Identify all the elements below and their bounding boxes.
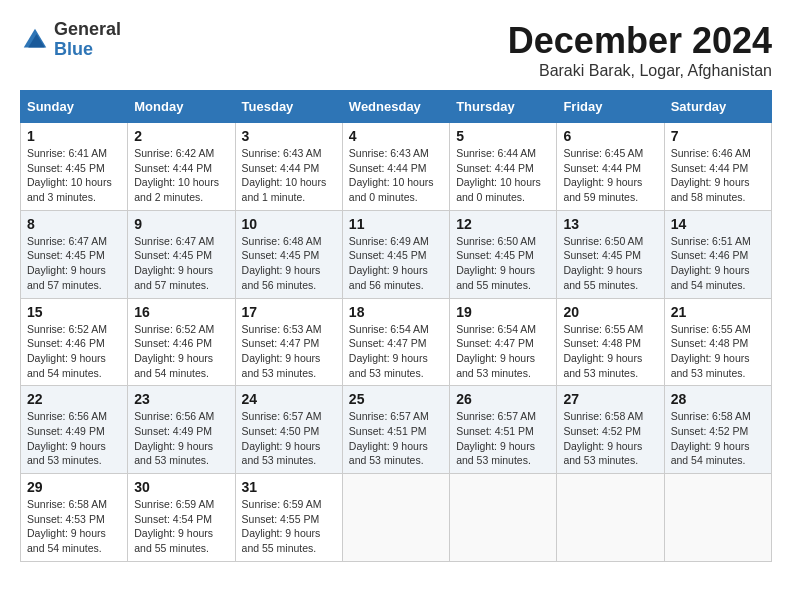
sunset: Sunset: 4:44 PM — [456, 161, 550, 176]
daylight: Daylight: 9 hours and 53 minutes. — [242, 439, 336, 468]
subtitle: Baraki Barak, Logar, Afghanistan — [508, 62, 772, 80]
sunset: Sunset: 4:46 PM — [27, 336, 121, 351]
calendar-week-row: 15 Sunrise: 6:52 AM Sunset: 4:46 PM Dayl… — [21, 298, 772, 386]
sunrise: Sunrise: 6:57 AM — [456, 409, 550, 424]
day-number: 12 — [456, 216, 550, 232]
calendar-cell: 11 Sunrise: 6:49 AM Sunset: 4:45 PM Dayl… — [342, 210, 449, 298]
day-detail: Sunrise: 6:59 AM Sunset: 4:54 PM Dayligh… — [134, 497, 228, 556]
day-detail: Sunrise: 6:46 AM Sunset: 4:44 PM Dayligh… — [671, 146, 765, 205]
day-number: 28 — [671, 391, 765, 407]
calendar-week-row: 22 Sunrise: 6:56 AM Sunset: 4:49 PM Dayl… — [21, 386, 772, 474]
day-number: 2 — [134, 128, 228, 144]
daylight: Daylight: 9 hours and 53 minutes. — [242, 351, 336, 380]
day-number: 16 — [134, 304, 228, 320]
calendar-header-row: SundayMondayTuesdayWednesdayThursdayFrid… — [21, 91, 772, 123]
sunset: Sunset: 4:44 PM — [671, 161, 765, 176]
day-number: 11 — [349, 216, 443, 232]
daylight: Daylight: 9 hours and 54 minutes. — [671, 263, 765, 292]
sunset: Sunset: 4:45 PM — [349, 248, 443, 263]
calendar-cell: 18 Sunrise: 6:54 AM Sunset: 4:47 PM Dayl… — [342, 298, 449, 386]
calendar-cell — [450, 474, 557, 562]
calendar-cell: 3 Sunrise: 6:43 AM Sunset: 4:44 PM Dayli… — [235, 123, 342, 211]
sunset: Sunset: 4:46 PM — [671, 248, 765, 263]
main-title: December 2024 — [508, 20, 772, 62]
daylight: Daylight: 9 hours and 55 minutes. — [456, 263, 550, 292]
sunrise: Sunrise: 6:56 AM — [27, 409, 121, 424]
calendar-cell: 9 Sunrise: 6:47 AM Sunset: 4:45 PM Dayli… — [128, 210, 235, 298]
calendar-cell: 22 Sunrise: 6:56 AM Sunset: 4:49 PM Dayl… — [21, 386, 128, 474]
calendar-cell: 28 Sunrise: 6:58 AM Sunset: 4:52 PM Dayl… — [664, 386, 771, 474]
calendar-cell: 8 Sunrise: 6:47 AM Sunset: 4:45 PM Dayli… — [21, 210, 128, 298]
day-detail: Sunrise: 6:57 AM Sunset: 4:50 PM Dayligh… — [242, 409, 336, 468]
day-detail: Sunrise: 6:52 AM Sunset: 4:46 PM Dayligh… — [27, 322, 121, 381]
sunrise: Sunrise: 6:51 AM — [671, 234, 765, 249]
calendar-cell: 6 Sunrise: 6:45 AM Sunset: 4:44 PM Dayli… — [557, 123, 664, 211]
day-number: 19 — [456, 304, 550, 320]
calendar-week-row: 1 Sunrise: 6:41 AM Sunset: 4:45 PM Dayli… — [21, 123, 772, 211]
sunset: Sunset: 4:44 PM — [349, 161, 443, 176]
sunrise: Sunrise: 6:49 AM — [349, 234, 443, 249]
day-detail: Sunrise: 6:57 AM Sunset: 4:51 PM Dayligh… — [349, 409, 443, 468]
day-detail: Sunrise: 6:55 AM Sunset: 4:48 PM Dayligh… — [563, 322, 657, 381]
calendar-cell: 14 Sunrise: 6:51 AM Sunset: 4:46 PM Dayl… — [664, 210, 771, 298]
day-number: 17 — [242, 304, 336, 320]
daylight: Daylight: 9 hours and 53 minutes. — [456, 351, 550, 380]
sunrise: Sunrise: 6:52 AM — [134, 322, 228, 337]
daylight: Daylight: 9 hours and 54 minutes. — [134, 351, 228, 380]
calendar-day-header: Monday — [128, 91, 235, 123]
day-number: 21 — [671, 304, 765, 320]
calendar-cell — [342, 474, 449, 562]
day-detail: Sunrise: 6:58 AM Sunset: 4:53 PM Dayligh… — [27, 497, 121, 556]
sunset: Sunset: 4:55 PM — [242, 512, 336, 527]
sunrise: Sunrise: 6:55 AM — [563, 322, 657, 337]
sunset: Sunset: 4:48 PM — [671, 336, 765, 351]
day-detail: Sunrise: 6:41 AM Sunset: 4:45 PM Dayligh… — [27, 146, 121, 205]
sunrise: Sunrise: 6:43 AM — [349, 146, 443, 161]
day-detail: Sunrise: 6:56 AM Sunset: 4:49 PM Dayligh… — [27, 409, 121, 468]
header: General Blue December 2024 Baraki Barak,… — [20, 20, 772, 80]
day-detail: Sunrise: 6:55 AM Sunset: 4:48 PM Dayligh… — [671, 322, 765, 381]
sunrise: Sunrise: 6:47 AM — [27, 234, 121, 249]
sunrise: Sunrise: 6:43 AM — [242, 146, 336, 161]
daylight: Daylight: 9 hours and 54 minutes. — [671, 439, 765, 468]
sunset: Sunset: 4:54 PM — [134, 512, 228, 527]
sunset: Sunset: 4:45 PM — [134, 248, 228, 263]
day-number: 14 — [671, 216, 765, 232]
calendar-day-header: Thursday — [450, 91, 557, 123]
sunset: Sunset: 4:47 PM — [456, 336, 550, 351]
sunset: Sunset: 4:47 PM — [242, 336, 336, 351]
day-number: 9 — [134, 216, 228, 232]
daylight: Daylight: 9 hours and 56 minutes. — [349, 263, 443, 292]
calendar-day-header: Wednesday — [342, 91, 449, 123]
calendar-cell: 5 Sunrise: 6:44 AM Sunset: 4:44 PM Dayli… — [450, 123, 557, 211]
calendar-cell: 31 Sunrise: 6:59 AM Sunset: 4:55 PM Dayl… — [235, 474, 342, 562]
daylight: Daylight: 10 hours and 3 minutes. — [27, 175, 121, 204]
day-number: 23 — [134, 391, 228, 407]
day-detail: Sunrise: 6:58 AM Sunset: 4:52 PM Dayligh… — [671, 409, 765, 468]
day-detail: Sunrise: 6:57 AM Sunset: 4:51 PM Dayligh… — [456, 409, 550, 468]
sunrise: Sunrise: 6:50 AM — [563, 234, 657, 249]
day-detail: Sunrise: 6:50 AM Sunset: 4:45 PM Dayligh… — [456, 234, 550, 293]
sunrise: Sunrise: 6:58 AM — [27, 497, 121, 512]
daylight: Daylight: 9 hours and 57 minutes. — [27, 263, 121, 292]
daylight: Daylight: 9 hours and 56 minutes. — [242, 263, 336, 292]
calendar-day-header: Friday — [557, 91, 664, 123]
day-detail: Sunrise: 6:54 AM Sunset: 4:47 PM Dayligh… — [456, 322, 550, 381]
sunset: Sunset: 4:52 PM — [671, 424, 765, 439]
day-number: 24 — [242, 391, 336, 407]
calendar-cell: 7 Sunrise: 6:46 AM Sunset: 4:44 PM Dayli… — [664, 123, 771, 211]
sunrise: Sunrise: 6:59 AM — [134, 497, 228, 512]
sunset: Sunset: 4:45 PM — [27, 248, 121, 263]
logo-icon — [20, 25, 50, 55]
calendar-cell: 16 Sunrise: 6:52 AM Sunset: 4:46 PM Dayl… — [128, 298, 235, 386]
day-detail: Sunrise: 6:50 AM Sunset: 4:45 PM Dayligh… — [563, 234, 657, 293]
day-detail: Sunrise: 6:48 AM Sunset: 4:45 PM Dayligh… — [242, 234, 336, 293]
title-section: December 2024 Baraki Barak, Logar, Afgha… — [508, 20, 772, 80]
daylight: Daylight: 9 hours and 55 minutes. — [134, 526, 228, 555]
daylight: Daylight: 10 hours and 1 minute. — [242, 175, 336, 204]
daylight: Daylight: 9 hours and 54 minutes. — [27, 351, 121, 380]
sunset: Sunset: 4:45 PM — [27, 161, 121, 176]
calendar-cell: 17 Sunrise: 6:53 AM Sunset: 4:47 PM Dayl… — [235, 298, 342, 386]
day-number: 22 — [27, 391, 121, 407]
sunset: Sunset: 4:47 PM — [349, 336, 443, 351]
